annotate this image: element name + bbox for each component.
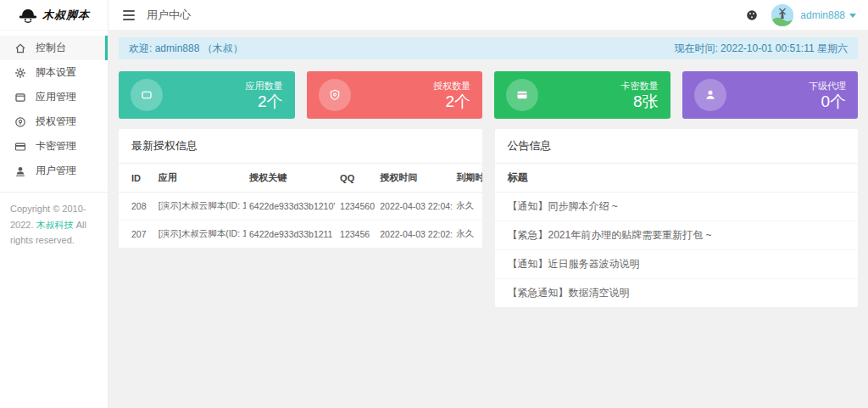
hat-mascot-icon [18, 7, 38, 24]
main-content: 欢迎: admin888 （木叔） 现在时间: 2022-10-01 00:51… [108, 31, 868, 408]
shield-icon [319, 79, 351, 111]
sidebar-item-auth-management[interactable]: 授权管理 [0, 109, 108, 134]
sidebar-item-label: 授权管理 [36, 115, 76, 129]
stat-cards: 应用数量 2个 授权数量 2个 卡密数量 8张 [119, 71, 858, 119]
notice-row: 【紧急】2021年前办理的贴牌需要重新打包 ~ [495, 221, 859, 250]
column-header: 授权关键 [246, 164, 337, 193]
notice-title[interactable]: 【通知】近日服务器波动说明 [495, 250, 859, 279]
cell-auth-time: 2022-04-03 22:04:24 [376, 193, 453, 221]
table-header-row: ID 应用 授权关键 QQ 授权时间 到期时间 [119, 164, 482, 193]
sidebar-item-user-management[interactable]: 用户管理 [0, 159, 108, 183]
sidebar-item-script-settings[interactable]: 脚本设置 [0, 60, 108, 85]
sidebar-item-dashboard[interactable]: 控制台 [0, 36, 108, 60]
copyright-brand-link[interactable]: 木叔科技 [36, 220, 74, 230]
user-icon [694, 79, 726, 111]
auth-table: ID 应用 授权关键 QQ 授权时间 到期时间 208 [演示]木叔云脚本(ID… [119, 164, 482, 248]
cell-expire: 永久 [453, 193, 481, 221]
welcome-text: 欢迎: admin888 （木叔） [129, 42, 243, 56]
brand-logo[interactable]: 木叔脚本 [0, 0, 108, 31]
stat-card-authorizations: 授权数量 2个 [307, 71, 483, 119]
stat-value: 8张 [621, 92, 659, 111]
cell-id: 208 [119, 193, 155, 221]
notice-title[interactable]: 【通知】同步脚本介绍 ~ [495, 193, 859, 221]
stat-card-agents: 下级代理 0个 [682, 71, 859, 119]
chevron-down-icon [849, 14, 856, 18]
stat-card-apps: 应用数量 2个 [119, 71, 295, 119]
panels: 最新授权信息 ID 应用 授权关键 QQ 授权时间 到期时间 [119, 129, 858, 307]
cell-key: 6422de933d33b1211 [246, 221, 337, 249]
column-header: QQ [337, 164, 376, 193]
card-icon [14, 141, 26, 153]
sidebar-item-label: 应用管理 [36, 90, 76, 104]
app-window-icon [14, 92, 26, 103]
panel-title: 公告信息 [495, 129, 859, 164]
sidebar-item-label: 用户管理 [36, 164, 76, 178]
user-icon [14, 165, 26, 177]
current-time: 现在时间: 2022-10-01 00:51:11 星期六 [674, 42, 848, 56]
stat-label: 卡密数量 [621, 80, 659, 92]
sidebar-item-label: 控制台 [36, 41, 66, 55]
sidebar-item-app-management[interactable]: 应用管理 [0, 85, 108, 109]
notice-table: 标题 【通知】同步脚本介绍 ~ 【紧急】2021年前办理的贴牌需要重新打包 ~ … [495, 164, 859, 307]
topbar: 用户中心 admin888 [108, 0, 868, 31]
home-icon [14, 42, 26, 54]
page-title: 用户中心 [147, 8, 191, 23]
cell-app: [演示]木叔云脚本(ID: 1 ) [155, 221, 246, 249]
copyright: Copyright © 2010-2022. 木叔科技 All rights r… [0, 192, 108, 257]
notice-row: 【紧急通知】数据清空说明 [495, 279, 859, 308]
stat-value: 2个 [433, 92, 470, 111]
stat-value: 0个 [809, 92, 846, 111]
column-header: 标题 [495, 164, 859, 193]
username-label: admin888 [800, 9, 845, 21]
menu-toggle-icon[interactable] [121, 7, 136, 24]
topbar-right: admin888 [746, 4, 868, 26]
sidebar-item-card-management[interactable]: 卡密管理 [0, 134, 108, 159]
cell-auth-time: 2022-04-03 22:02:21 [376, 221, 453, 249]
column-header: 到期时间 [453, 164, 481, 193]
cell-qq: 1234560 [337, 193, 376, 221]
app-window-icon [131, 79, 163, 111]
avatar[interactable] [771, 4, 793, 26]
latest-auth-panel: 最新授权信息 ID 应用 授权关键 QQ 授权时间 到期时间 [119, 129, 482, 248]
gear-icon [14, 67, 26, 79]
cell-expire: 永久 [453, 221, 481, 249]
auth-badge-icon [14, 116, 26, 128]
column-header: 应用 [155, 164, 246, 193]
welcome-banner: 欢迎: admin888 （木叔） 现在时间: 2022-10-01 00:51… [119, 37, 858, 59]
cell-qq: 123456 [337, 221, 376, 249]
stat-label: 下级代理 [809, 80, 846, 92]
stat-card-cards: 卡密数量 8张 [494, 71, 670, 119]
sidebar-item-label: 脚本设置 [36, 65, 76, 80]
column-header: 授权时间 [376, 164, 453, 193]
panel-title: 最新授权信息 [119, 129, 482, 164]
table-row: 207 [演示]木叔云脚本(ID: 1 ) 6422de933d33b1211 … [119, 221, 482, 249]
app-root: 木叔脚本 控制台 脚本设置 应用管理 [0, 0, 868, 408]
notice-title[interactable]: 【紧急】2021年前办理的贴牌需要重新打包 ~ [495, 221, 859, 250]
cell-key: 6422de933d33b1210' [246, 193, 337, 221]
sidebar: 木叔脚本 控制台 脚本设置 应用管理 [0, 0, 108, 408]
stat-label: 应用数量 [246, 80, 283, 92]
notice-title[interactable]: 【紧急通知】数据清空说明 [495, 279, 859, 308]
cell-id: 207 [119, 221, 155, 249]
sidebar-item-label: 卡密管理 [36, 139, 76, 154]
stat-label: 授权数量 [433, 80, 470, 92]
notice-row: 【通知】近日服务器波动说明 [495, 250, 859, 279]
stat-value: 2个 [246, 92, 283, 111]
credit-card-icon [506, 79, 538, 111]
brand-name: 木叔脚本 [42, 8, 90, 23]
table-row: 208 [演示]木叔云脚本(ID: 1 ) 6422de933d33b1210'… [119, 193, 482, 221]
notice-panel: 公告信息 标题 【通知】同步脚本介绍 ~ 【紧急】2021年前办理的贴牌需要重新… [495, 129, 859, 307]
column-header: ID [119, 164, 155, 193]
cell-app: [演示]木叔云脚本(ID: 1 ) [155, 193, 246, 221]
user-menu[interactable]: admin888 [800, 9, 856, 21]
notice-row: 【通知】同步脚本介绍 ~ [495, 193, 859, 221]
table-header-row: 标题 [495, 164, 859, 193]
sidebar-menu: 控制台 脚本设置 应用管理 授权管理 [0, 31, 108, 183]
theme-icon[interactable] [746, 9, 758, 21]
